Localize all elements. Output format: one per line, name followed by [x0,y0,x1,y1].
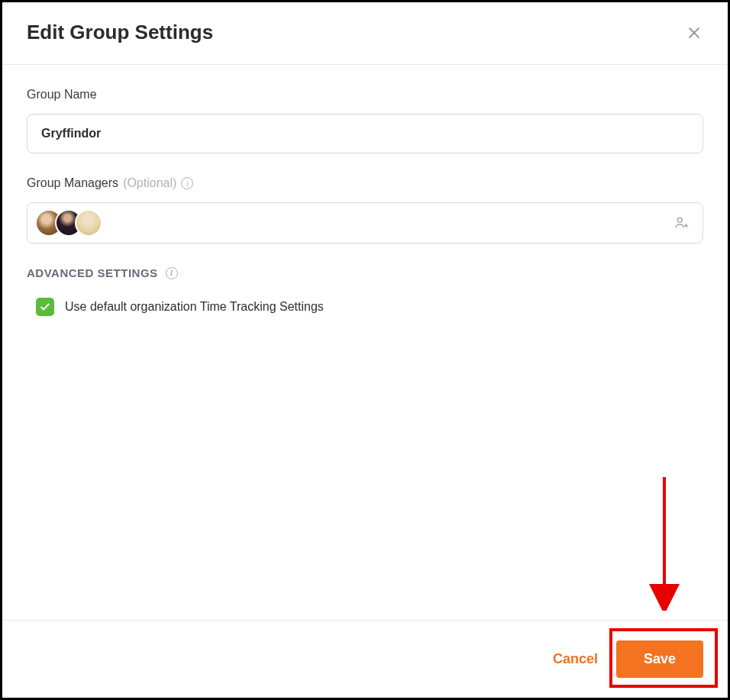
group-name-field-group: Group Name [27,88,703,153]
advanced-settings-header: ADVANCED SETTINGS i [27,266,703,279]
cancel-button[interactable]: Cancel [547,642,604,676]
close-icon [686,24,703,41]
advanced-settings-label: ADVANCED SETTINGS [27,266,158,279]
svg-point-2 [677,218,682,222]
avatar-group [35,209,102,237]
dialog-header: Edit Group Settings [2,2,728,65]
avatar[interactable] [75,209,102,237]
group-managers-label-text: Group Managers [27,176,118,190]
dialog-body: Group Name Group Managers (Optional) i [2,65,728,620]
add-user-icon[interactable] [673,215,690,231]
group-name-label: Group Name [27,88,703,102]
group-managers-field-group: Group Managers (Optional) i [27,176,703,244]
default-tracking-row: Use default organization Time Tracking S… [27,298,703,316]
group-name-input[interactable] [27,114,703,153]
optional-text: (Optional) [123,176,176,190]
close-button[interactable] [685,24,703,42]
group-managers-label: Group Managers (Optional) i [27,176,703,190]
checkmark-icon [39,301,51,313]
dialog-footer: Cancel Save [2,620,728,698]
default-tracking-checkbox[interactable] [36,298,54,316]
group-managers-input[interactable] [27,202,703,244]
info-icon[interactable]: i [166,267,178,279]
save-button[interactable]: Save [616,640,703,678]
info-icon[interactable]: i [181,177,193,189]
default-tracking-label: Use default organization Time Tracking S… [65,300,324,314]
dialog-title: Edit Group Settings [27,21,213,44]
edit-group-settings-dialog: Edit Group Settings Group Name Group Man… [0,0,730,700]
